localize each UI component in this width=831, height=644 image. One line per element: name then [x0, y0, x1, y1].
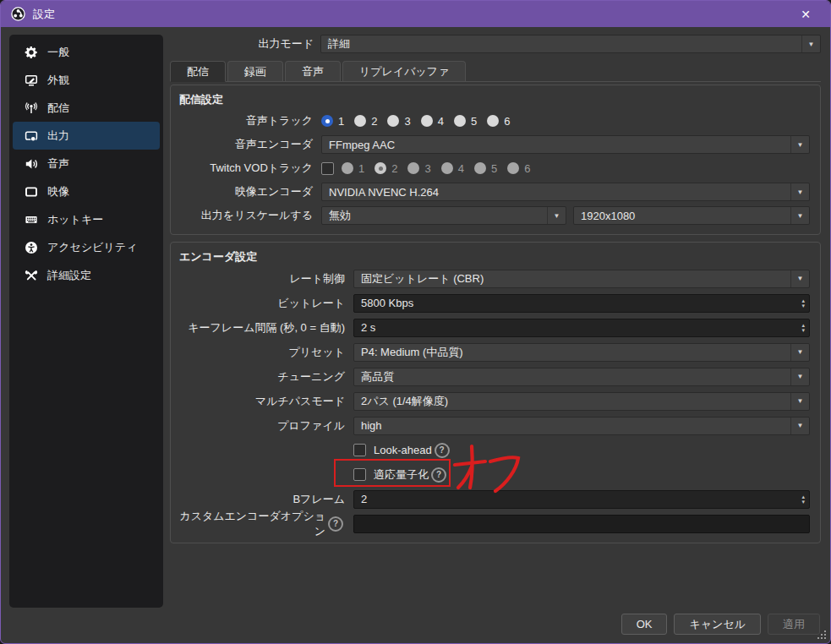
- keyframe-interval-stepper[interactable]: 2 s ▴▾: [353, 319, 810, 337]
- vod-track-radios: 1 2 3 4 5 6: [342, 162, 540, 175]
- accessibility-icon: [24, 240, 38, 254]
- sidebar-item-label: アクセシビリティ: [47, 240, 137, 255]
- video-encoder-row: 映像エンコーダ NVIDIA NVENC H.264 ▼: [179, 180, 810, 204]
- help-icon[interactable]: ?: [328, 516, 343, 532]
- video-encoder-label: 映像エンコーダ: [179, 184, 321, 199]
- preset-row: プリセット P4: Medium (中品質) ▼: [179, 340, 810, 364]
- sidebar-item-video[interactable]: 映像: [13, 177, 160, 205]
- spinner-arrows-icon[interactable]: ▴▾: [801, 319, 805, 336]
- cancel-button[interactable]: キャンセル: [674, 614, 761, 635]
- bframes-label: Bフレーム: [179, 492, 353, 507]
- output-tabs: 配信 録画 音声 リプレイバッファ: [170, 61, 821, 82]
- rescale-output-label: 出力をリスケールする: [179, 208, 321, 223]
- lookahead-checkbox[interactable]: [353, 444, 366, 456]
- audio-track-row: 音声トラック 1 2 3 4 5 6: [179, 109, 810, 133]
- keyframe-interval-label: キーフレーム間隔 (秒, 0 = 自動): [179, 320, 353, 336]
- rescale-resolution-select[interactable]: 1920x1080 ▼: [573, 206, 810, 225]
- adaptive-quant-label: 適応量子化: [374, 467, 429, 483]
- chevron-down-icon: ▼: [790, 270, 809, 287]
- dialog-footer: OK キャンセル 適用: [621, 614, 820, 635]
- radio-track-1[interactable]: [321, 115, 333, 127]
- radio-track-3[interactable]: [387, 115, 399, 127]
- spinner-arrows-icon[interactable]: ▴▾: [801, 295, 805, 312]
- vod-track-label: Twitch VODトラック: [179, 161, 321, 176]
- vod-track-checkbox[interactable]: [321, 162, 334, 175]
- custom-options-row: カスタムエンコーダオプション ?: [179, 511, 810, 536]
- output-mode-select[interactable]: 詳細 ▼: [320, 35, 821, 53]
- tab-stream[interactable]: 配信: [170, 61, 226, 82]
- tools-icon: [24, 268, 38, 282]
- settings-sidebar: 一般 外観 配信 出力 音声 映像 ホットキー アクセシビリティ: [9, 35, 163, 608]
- chevron-down-icon: ▼: [801, 35, 820, 52]
- sidebar-item-appearance[interactable]: 外観: [13, 66, 160, 94]
- adaptive-quant-row: 適応量子化 ?: [179, 462, 810, 487]
- radio-track-6[interactable]: [487, 115, 499, 127]
- custom-options-input[interactable]: [353, 515, 810, 533]
- chevron-down-icon: ▼: [790, 344, 809, 361]
- help-icon[interactable]: ?: [431, 467, 446, 483]
- preset-label: プリセット: [179, 345, 353, 360]
- tuning-row: チューニング 高品質 ▼: [179, 364, 810, 389]
- rescale-output-row: 出力をリスケールする 無効 ▼ 1920x1080 ▼: [179, 204, 810, 227]
- bframes-stepper[interactable]: 2 ▴▾: [353, 490, 810, 509]
- radio-vod-4: [441, 162, 453, 174]
- window-title: 設定: [33, 7, 55, 22]
- tab-audio[interactable]: 音声: [285, 61, 341, 81]
- ok-button[interactable]: OK: [621, 614, 668, 635]
- multipass-select[interactable]: 2パス (1/4解像度) ▼: [353, 392, 810, 411]
- custom-options-label: カスタムエンコーダオプション: [179, 509, 325, 539]
- audio-track-radios: 1 2 3 4 5 6: [321, 115, 520, 128]
- rescale-resolution-value: 1920x1080: [581, 210, 635, 222]
- resize-grip[interactable]: [817, 630, 827, 640]
- vod-track-row: Twitch VODトラック 1 2 3 4 5 6: [179, 156, 810, 180]
- spinner-arrows-icon[interactable]: ▴▾: [801, 491, 805, 508]
- keyboard-icon: [24, 212, 38, 226]
- radio-vod-6: [507, 162, 519, 174]
- sidebar-item-accessibility[interactable]: アクセシビリティ: [13, 233, 160, 261]
- help-icon[interactable]: ?: [435, 443, 450, 458]
- apply-button[interactable]: 適用: [768, 614, 820, 635]
- sidebar-item-general[interactable]: 一般: [13, 38, 160, 66]
- preset-select[interactable]: P4: Medium (中品質) ▼: [353, 343, 810, 362]
- audio-encoder-label: 音声エンコーダ: [179, 137, 321, 152]
- lookahead-row: Look-ahead ?: [179, 438, 810, 462]
- sidebar-item-output[interactable]: 出力: [13, 122, 160, 150]
- audio-encoder-value: FFmpeg AAC: [329, 139, 395, 151]
- multipass-row: マルチパスモード 2パス (1/4解像度) ▼: [179, 389, 810, 413]
- video-encoder-select[interactable]: NVIDIA NVENC H.264 ▼: [321, 183, 810, 201]
- chevron-down-icon: ▼: [790, 207, 809, 224]
- radio-track-4[interactable]: [421, 115, 433, 127]
- adaptive-quant-checkbox[interactable]: [353, 468, 366, 481]
- sidebar-item-label: 詳細設定: [47, 268, 91, 283]
- bitrate-stepper[interactable]: 5800 Kbps ▴▾: [353, 294, 810, 313]
- video-encoder-value: NVIDIA NVENC H.264: [329, 186, 439, 199]
- audio-encoder-row: 音声エンコーダ FFmpeg AAC ▼: [179, 133, 810, 156]
- audio-track-label: 音声トラック: [179, 113, 321, 128]
- rate-control-select[interactable]: 固定ビットレート (CBR) ▼: [353, 270, 810, 288]
- sidebar-item-hotkeys[interactable]: ホットキー: [13, 205, 160, 233]
- sidebar-item-audio[interactable]: 音声: [13, 150, 160, 177]
- radio-track-5[interactable]: [454, 115, 466, 127]
- sidebar-item-label: 配信: [47, 101, 69, 116]
- main-content: 出力モード 詳細 ▼ 配信 録画 音声 リプレイバッファ 配信設定 音声トラック…: [170, 35, 821, 543]
- gear-icon: [24, 45, 38, 59]
- rescale-mode-select[interactable]: 無効 ▼: [321, 206, 566, 225]
- close-icon[interactable]: ✕: [791, 1, 820, 27]
- sidebar-item-advanced[interactable]: 詳細設定: [13, 261, 160, 289]
- radio-vod-2: [374, 162, 386, 174]
- output-mode-row: 出力モード 詳細 ▼: [170, 35, 821, 53]
- output-mode-value: 詳細: [328, 36, 350, 52]
- tuning-label: チューニング: [179, 369, 353, 385]
- chevron-down-icon: ▼: [547, 207, 566, 224]
- tab-recording[interactable]: 録画: [227, 61, 283, 81]
- tab-replay-buffer[interactable]: リプレイバッファ: [342, 61, 466, 81]
- radio-vod-5: [474, 162, 486, 174]
- radio-track-2[interactable]: [354, 115, 366, 127]
- tuning-select[interactable]: 高品質 ▼: [353, 368, 810, 386]
- profile-select[interactable]: high ▼: [353, 417, 810, 435]
- title-bar: 設定 ✕: [1, 1, 830, 27]
- multipass-label: マルチパスモード: [179, 394, 353, 409]
- sidebar-item-stream[interactable]: 配信: [13, 94, 160, 122]
- audio-encoder-select[interactable]: FFmpeg AAC ▼: [321, 135, 810, 154]
- sidebar-item-label: 映像: [47, 184, 69, 199]
